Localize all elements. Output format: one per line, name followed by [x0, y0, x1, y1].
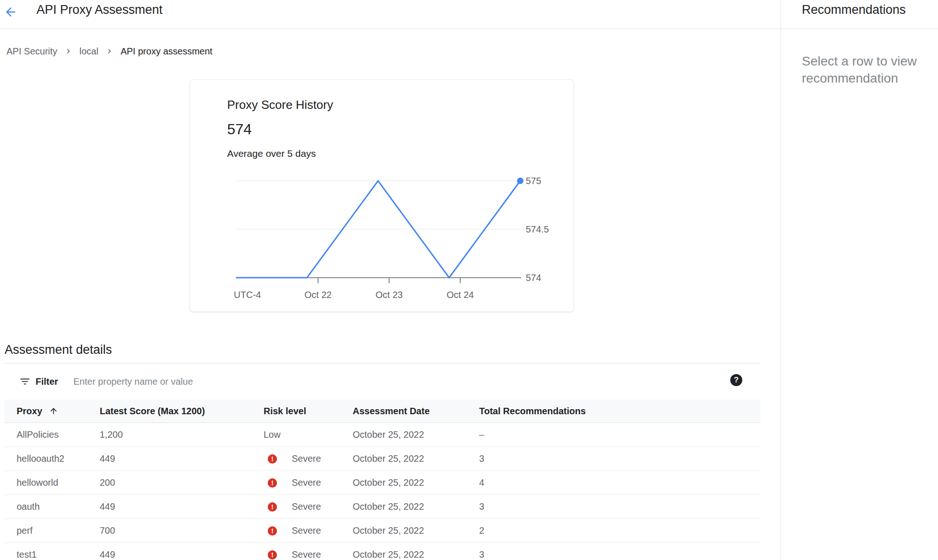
filter-list-icon [19, 375, 31, 387]
severe-risk-icon [268, 454, 277, 464]
assessment-date: October 25, 2022 [353, 471, 424, 494]
filter-label: Filter [36, 375, 58, 388]
risk-level-label: Severe [292, 477, 321, 488]
proxy-name: perf [17, 519, 32, 542]
assessment-details-heading: Assessment details [5, 341, 112, 358]
svg-text:Oct 24: Oct 24 [447, 290, 474, 300]
severe-risk-icon [268, 478, 277, 488]
proxy-name: AllPolicies [17, 423, 59, 447]
latest-score: 700 [100, 519, 115, 542]
assessment-date: October 25, 2022 [353, 495, 424, 518]
card-title: Proxy Score History [227, 97, 333, 113]
table-row[interactable]: hellooauth2 449 Severe October 25, 2022 … [5, 447, 760, 471]
page-title: API Proxy Assessment [36, 1, 162, 18]
risk-level-cell: Severe [259, 519, 321, 542]
severe-risk-icon [268, 550, 277, 560]
total-recommendations: 4 [479, 471, 484, 494]
proxy-name: hellooauth2 [17, 447, 64, 471]
latest-score: 1,200 [100, 423, 123, 447]
risk-level-cell: Severe [259, 495, 321, 518]
filter-input[interactable] [73, 374, 627, 389]
latest-score: 449 [100, 495, 115, 518]
risk-level-label: Low [264, 429, 281, 440]
table-row[interactable]: helloworld 200 Severe October 25, 2022 4 [5, 471, 760, 495]
proxy-name: test1 [17, 543, 36, 560]
total-recommendations: – [479, 423, 484, 447]
recommendations-panel-title: Recommendations [802, 1, 906, 18]
column-header-risk-level[interactable]: Risk level [259, 399, 306, 423]
arrow-back-icon [4, 5, 22, 19]
score-history-line-chart: 575574.5574Oct 22Oct 23Oct 24UTC-4 [190, 172, 574, 306]
latest-score: 449 [100, 447, 115, 471]
api-proxy-assessment-page: API Proxy Assessment API Security local … [0, 0, 938, 560]
risk-level-cell: Severe [259, 447, 321, 471]
filter-bar: Filter [5, 363, 760, 399]
risk-level-cell: Low [259, 423, 281, 447]
severe-risk-icon [268, 526, 277, 536]
breadcrumb: API Security local API proxy assessment [6, 45, 212, 57]
svg-text:575: 575 [526, 176, 541, 186]
table-row[interactable]: test1 449 Severe October 25, 2022 3 [5, 543, 760, 560]
column-header-total-recommendations[interactable]: Total Recommendations [479, 399, 586, 423]
severe-risk-icon [268, 502, 277, 512]
svg-text:574: 574 [526, 273, 541, 283]
proxy-name: oauth [17, 495, 40, 518]
card-subtitle: Average over 5 days [227, 147, 316, 160]
chevron-right-icon [64, 47, 73, 56]
risk-level-label: Severe [292, 525, 321, 536]
proxy-name: helloworld [17, 471, 58, 494]
back-button[interactable] [4, 3, 22, 21]
table-header-row: Proxy Latest Score (Max 1200) Risk level… [5, 399, 760, 423]
column-header-latest-score[interactable]: Latest Score (Max 1200) [100, 399, 205, 423]
help-icon[interactable] [730, 374, 742, 386]
svg-text:574.5: 574.5 [526, 224, 549, 234]
svg-text:Oct 22: Oct 22 [305, 290, 332, 300]
column-header-proxy[interactable]: Proxy [17, 399, 58, 423]
assessment-date: October 25, 2022 [353, 519, 424, 542]
risk-level-cell: Severe [259, 471, 321, 494]
breadcrumb-item-api-security[interactable]: API Security [6, 45, 57, 57]
latest-score: 449 [100, 543, 115, 560]
assessment-date: October 25, 2022 [353, 423, 424, 447]
risk-level-label: Severe [292, 453, 321, 464]
table-row[interactable]: perf 700 Severe October 25, 2022 2 [5, 519, 760, 543]
latest-score: 200 [100, 471, 115, 494]
panel-divider [781, 0, 781, 560]
proxy-score-history-card: Proxy Score History 574 Average over 5 d… [190, 79, 574, 312]
sort-ascending-icon [49, 406, 58, 416]
svg-text:Oct 23: Oct 23 [376, 290, 403, 300]
breadcrumb-item-local[interactable]: local [79, 45, 98, 57]
table-row[interactable]: oauth 449 Severe October 25, 2022 3 [5, 495, 760, 519]
risk-level-label: Severe [292, 501, 321, 512]
total-recommendations: 2 [479, 519, 484, 542]
table-row[interactable]: AllPolicies 1,200 Low October 25, 2022 – [5, 423, 760, 447]
svg-text:UTC-4: UTC-4 [234, 290, 261, 300]
recommendations-empty-message: Select a row to view recommendation [802, 53, 938, 87]
assessment-date: October 25, 2022 [353, 447, 424, 471]
column-header-assessment-date[interactable]: Assessment Date [353, 399, 430, 423]
total-recommendations: 3 [479, 543, 484, 560]
breadcrumb-item-current: API proxy assessment [120, 45, 212, 57]
risk-level-cell: Severe [259, 543, 321, 560]
chevron-right-icon [105, 47, 114, 56]
header-divider [0, 29, 938, 29]
risk-level-label: Severe [292, 549, 321, 560]
total-recommendations: 3 [479, 495, 484, 518]
assessment-date: October 25, 2022 [353, 543, 424, 560]
average-score-value: 574 [227, 119, 252, 139]
assessment-table: Proxy Latest Score (Max 1200) Risk level… [5, 399, 760, 560]
total-recommendations: 3 [479, 447, 484, 471]
